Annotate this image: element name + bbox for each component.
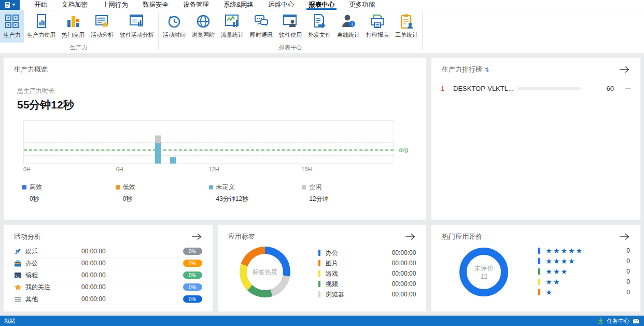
x-tick-label: 18H: [301, 166, 312, 172]
gridline: [24, 132, 394, 132]
tag-legend-row-视频[interactable]: 视频 00:00:00: [318, 279, 416, 289]
open-app-tags-arrow[interactable]: [404, 233, 416, 241]
menu-item-4[interactable]: 设备管理: [176, 0, 216, 10]
gridline: [24, 142, 394, 143]
ribbon-button-活动分析[interactable]: 活动分析: [88, 10, 117, 43]
gridline: [24, 155, 394, 156]
legend-swatch: [302, 185, 306, 189]
legend-swatch: [22, 185, 26, 189]
average-line: avg: [24, 150, 394, 151]
rating-row-1-star[interactable]: ★ 0: [538, 287, 630, 297]
menu-item-7[interactable]: 报表中心: [301, 0, 342, 10]
panel-title: 应用标签: [228, 232, 255, 241]
legend-item-低效: 低效 0秒: [116, 183, 209, 203]
tag-legend-row-游戏[interactable]: 游戏 00:00:00: [318, 268, 416, 279]
chart-legend: 高效 0秒 低效 0秒 未定义 43分钟12秒 空闲 12分钟: [22, 183, 395, 203]
activity-row-编程[interactable]: 编程 00:00:00 0%: [14, 269, 202, 281]
menu-item-1[interactable]: 文档加密: [54, 0, 95, 10]
app-menu-button[interactable]: [0, 0, 20, 10]
ribbon-button-离线统计[interactable]: i离线统计: [334, 10, 363, 43]
sort-icon[interactable]: ⇅: [484, 66, 489, 73]
main-content: 生产力概览 总生产力时长 55分钟12秒 avg 0H6H12H18H 高效 0…: [0, 54, 644, 316]
panel-activity-analysis: 活动分析 娱乐 00:00:00 0% 办公 00:00:00 0% 编程 00…: [3, 224, 213, 312]
ribbon-button-流量统计[interactable]: 流量统计: [218, 10, 247, 43]
clock-history-icon: [166, 12, 182, 30]
menu-item-5[interactable]: 系统&网络: [216, 0, 261, 10]
menu-item-6[interactable]: 运维中心: [261, 0, 301, 10]
open-activity-arrow[interactable]: [191, 233, 202, 241]
percent-badge: 0%: [183, 283, 202, 291]
panel-app-ratings: 热门应用评价 未评价 12 ★★★★★ 0 ★★★★ 0 ★★★ 0 ★★: [431, 224, 641, 312]
total-productivity-value: 55分钟12秒: [17, 98, 426, 112]
download-icon[interactable]: [598, 318, 604, 324]
ranking-row[interactable]: 1 DESKTOP-VLKTL... 60: [441, 85, 631, 92]
star-icon: [14, 283, 22, 291]
window-chart-icon: [129, 12, 145, 30]
activity-row-办公[interactable]: 办公 00:00:00 0%: [14, 257, 202, 269]
menu-items: 开始文档加密上网行为数据安全设备管理系统&网络运维中心报表中心更多功能: [27, 0, 382, 10]
doc-star-icon: [94, 12, 110, 30]
menu-item-0[interactable]: 开始: [27, 0, 54, 10]
ribbon-button-软件活动分析[interactable]: 软件活动分析: [117, 10, 157, 43]
tag-legend-row-办公[interactable]: 办公 00:00:00: [318, 248, 416, 258]
ribbon-button-外发文件[interactable]: 外发文件: [305, 10, 334, 43]
legend-item-高效: 高效 0秒: [22, 183, 116, 203]
average-line-label: avg: [399, 146, 408, 153]
star-icons: ★★★: [545, 267, 568, 276]
message-icon[interactable]: [633, 318, 640, 324]
tag-legend-row-浏览器[interactable]: 浏览器 00:00:00: [318, 289, 416, 300]
chart-bar-hour-9: [170, 157, 176, 164]
globe-icon: [195, 12, 211, 30]
ribbon-group-label: 报表中心: [160, 43, 421, 53]
menu-bar: 开始文档加密上网行为数据安全设备管理系统&网络运维中心报表中心更多功能: [0, 0, 644, 10]
svg-text:i: i: [352, 22, 353, 27]
traffic-chart-icon: [225, 12, 240, 30]
ribbon-button-浏览网站[interactable]: 浏览网站: [189, 10, 218, 43]
ribbon-button-活动时间[interactable]: 活动时间: [160, 10, 189, 43]
star-icons: ★: [545, 288, 553, 296]
task-center-button[interactable]: 任务中心: [607, 317, 629, 325]
tag-legend: 办公 00:00:00 图片 00:00:00 游戏 00:00:00 视频 0…: [318, 248, 416, 300]
open-ratings-arrow[interactable]: [619, 233, 630, 241]
rating-row-3-star[interactable]: ★★★ 0: [538, 266, 630, 277]
ribbon-button-软件使用[interactable]: 软件使用: [276, 10, 305, 43]
ribbon-button-生产力[interactable]: 生产力: [0, 10, 24, 43]
activity-row-其他[interactable]: 其他 00:00:00 0%: [14, 293, 202, 305]
star-icons: ★★★★: [545, 257, 576, 265]
ribbon-button-工单统计[interactable]: 工单统计: [392, 10, 421, 43]
menu-icon: [14, 295, 22, 303]
rating-row-2-star[interactable]: ★★ 0: [538, 277, 630, 287]
activity-row-娱乐[interactable]: 娱乐 00:00:00 0%: [14, 246, 202, 257]
clipboard-user-icon: [399, 12, 414, 30]
rating-row-4-star[interactable]: ★★★★ 0: [538, 256, 630, 266]
x-tick-label: 0H: [23, 166, 31, 172]
ring-center-label: 未评价: [474, 264, 494, 273]
percent-badge: 0%: [183, 271, 202, 279]
panel-productivity-ranking: 生产力排行榜 ⇅ 1 DESKTOP-VLKTL... 60: [431, 57, 641, 220]
rating-row-5-star[interactable]: ★★★★★ 0: [538, 246, 630, 256]
ribbon-button-打印报表[interactable]: 打印报表: [363, 10, 392, 43]
tag-legend-row-图片[interactable]: 图片 00:00:00: [318, 258, 416, 268]
activity-row-我的关注[interactable]: 我的关注 00:00:00 0%: [14, 281, 202, 293]
grid-icon: [4, 12, 20, 30]
percent-badge: 0%: [183, 295, 202, 303]
open-ranking-arrow[interactable]: [619, 65, 630, 74]
panel-title: 热门应用评价: [442, 232, 482, 241]
menu-item-8[interactable]: 更多功能: [342, 0, 382, 10]
doc-chart-icon: [34, 12, 49, 30]
window-user-icon: [283, 12, 298, 30]
status-ready-text: 就绪: [4, 317, 16, 325]
menu-item-3[interactable]: 数据安全: [135, 0, 176, 10]
rating-legend: ★★★★★ 0 ★★★★ 0 ★★★ 0 ★★ 0 ★ 0: [538, 246, 630, 297]
ribbon-button-即时通讯[interactable]: 即时通讯: [247, 10, 276, 43]
rating-donut-chart: 未评价 12: [459, 248, 508, 296]
x-axis-labels: 0H6H12H18H: [23, 166, 394, 174]
menu-item-2[interactable]: 上网行为: [95, 0, 135, 10]
trend-flat-icon: [625, 88, 631, 89]
ribbon-button-生产力使用[interactable]: 生产力使用: [24, 10, 59, 43]
productivity-bar-chart: avg: [23, 120, 394, 164]
printer-icon: [370, 12, 385, 30]
panel-title: 生产力排行榜 ⇅: [442, 65, 489, 74]
ribbon-button-热门应用[interactable]: 热门应用: [59, 10, 88, 43]
panel-title: 生产力概览: [14, 65, 48, 74]
